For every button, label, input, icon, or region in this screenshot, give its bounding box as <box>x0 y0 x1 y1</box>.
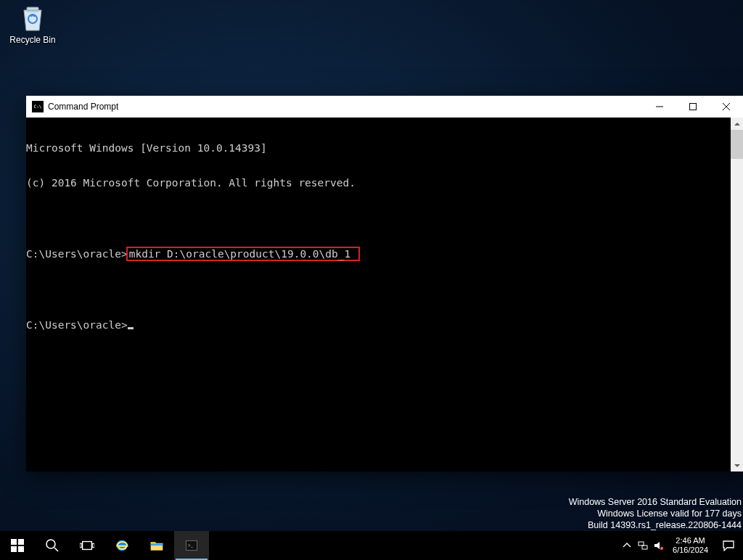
file-explorer-icon <box>149 538 164 553</box>
svg-line-10 <box>54 548 58 551</box>
scrollbar-thumb[interactable] <box>731 130 743 159</box>
svg-rect-18 <box>639 542 644 545</box>
search-button[interactable] <box>35 531 70 560</box>
prompt-text: C:\Users\oracle> <box>26 248 128 260</box>
taskbar-pinned-ie[interactable] <box>104 531 139 560</box>
windows-logo-icon <box>10 538 25 553</box>
watermark-line: Windows Server 2016 Standard Evaluation <box>569 496 742 508</box>
maximize-button[interactable] <box>676 96 710 118</box>
action-center-button[interactable] <box>714 540 743 551</box>
tray-overflow-button[interactable] <box>619 531 635 560</box>
terminal-output[interactable]: Microsoft Windows [Version 10.0.14393] (… <box>26 118 731 472</box>
window-title: Command Prompt <box>48 102 118 112</box>
chevron-up-icon <box>622 540 632 551</box>
cmd-app-icon <box>32 101 44 112</box>
terminal-line: C:\Users\oracle> <box>26 319 731 331</box>
annotation-highlight: mkdir D:\oracle\product\19.0.0\db_1 <box>126 247 360 261</box>
terminal-area: Microsoft Windows [Version 10.0.14393] (… <box>26 118 743 472</box>
taskbar: >_ 2:46 AM 6/16/2024 <box>0 531 743 560</box>
terminal-line <box>26 284 731 296</box>
watermark-line: Windows License valid for 177 days <box>569 508 742 519</box>
tray-network-button[interactable] <box>635 531 651 560</box>
command-prompt-window: Command Prompt Microsoft Windows [Versio… <box>26 96 743 472</box>
svg-rect-12 <box>80 543 82 547</box>
svg-rect-0 <box>27 7 38 10</box>
command-text: mkdir D:\oracle\product\19.0.0\db_1 <box>129 248 351 260</box>
terminal-line: Microsoft Windows [Version 10.0.14393] <box>26 142 731 154</box>
desktop-watermark: Windows Server 2016 Standard Evaluation … <box>569 496 743 531</box>
vertical-scrollbar[interactable] <box>731 118 743 472</box>
recycle-bin-icon <box>4 1 61 33</box>
svg-rect-8 <box>18 546 24 552</box>
svg-rect-6 <box>18 539 24 545</box>
svg-rect-15 <box>151 544 163 546</box>
taskbar-running-cmd[interactable]: >_ <box>174 531 209 560</box>
notification-icon <box>723 540 734 551</box>
scroll-down-button[interactable] <box>731 459 743 472</box>
minimize-button[interactable] <box>643 96 676 118</box>
task-view-icon <box>80 538 94 553</box>
task-view-button[interactable] <box>70 531 104 560</box>
window-titlebar[interactable]: Command Prompt <box>26 96 743 118</box>
svg-rect-7 <box>11 546 17 552</box>
desktop-icon-label: Recycle Bin <box>4 35 61 45</box>
svg-rect-19 <box>642 545 647 549</box>
search-icon <box>45 538 59 553</box>
clock-time: 2:46 AM <box>673 536 708 545</box>
start-button[interactable] <box>0 531 35 560</box>
taskbar-pinned-explorer[interactable] <box>139 531 174 560</box>
scroll-up-button[interactable] <box>731 118 743 130</box>
svg-rect-11 <box>83 542 92 550</box>
svg-text:>_: >_ <box>188 543 194 548</box>
clock-date: 6/16/2024 <box>673 545 708 555</box>
network-icon <box>638 540 648 551</box>
close-button[interactable] <box>710 96 743 118</box>
tray-volume-button[interactable] <box>651 531 667 560</box>
svg-rect-13 <box>92 543 94 547</box>
scrollbar-track[interactable] <box>731 130 743 459</box>
system-tray: 2:46 AM 6/16/2024 <box>619 531 743 560</box>
desktop-icon-recycle-bin[interactable]: Recycle Bin <box>4 1 61 45</box>
svg-rect-2 <box>690 104 697 110</box>
text-cursor <box>128 327 134 329</box>
terminal-line: (c) 2016 Microsoft Corporation. All righ… <box>26 177 731 189</box>
tray-clock[interactable]: 2:46 AM 6/16/2024 <box>667 536 714 555</box>
terminal-line <box>26 212 731 223</box>
volume-icon <box>654 540 664 551</box>
prompt-text: C:\Users\oracle> <box>26 319 128 331</box>
cmd-icon: >_ <box>184 538 199 553</box>
svg-rect-5 <box>11 539 17 545</box>
internet-explorer-icon <box>115 538 129 553</box>
terminal-line: C:\Users\oracle>mkdir D:\oracle\product\… <box>26 247 731 261</box>
watermark-line: Build 14393.rs1_release.220806-1444 <box>569 519 742 531</box>
svg-point-9 <box>46 540 55 548</box>
